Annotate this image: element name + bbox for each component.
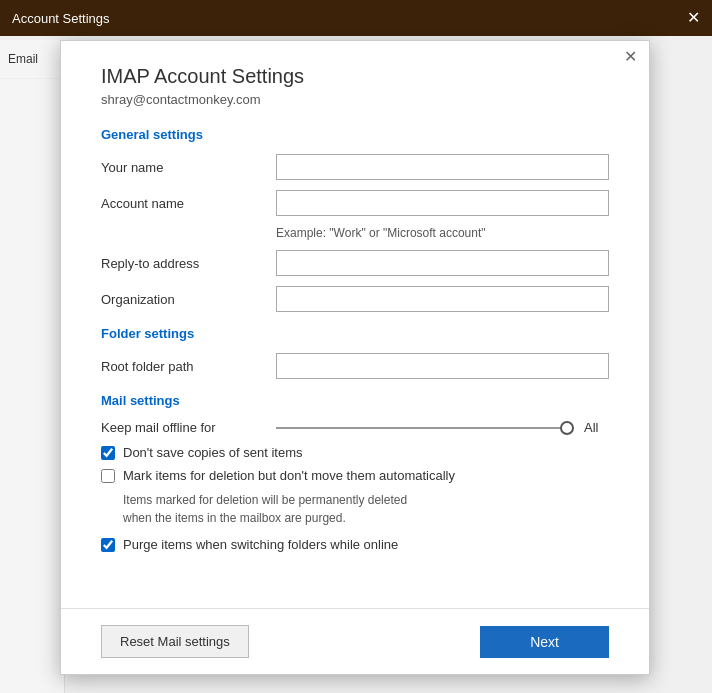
keep-mail-row: Keep mail offline for All: [101, 420, 609, 435]
imap-settings-modal: ✕ IMAP Account Settings shray@contactmon…: [60, 40, 650, 675]
checkbox-no-sent-copies[interactable]: [101, 446, 115, 460]
next-button[interactable]: Next: [480, 626, 609, 658]
your-name-row: Your name: [101, 154, 609, 180]
deletion-info-text: Items marked for deletion will be perman…: [123, 491, 609, 527]
keep-mail-value: All: [584, 420, 609, 435]
keep-mail-slider-thumb[interactable]: [560, 421, 574, 435]
mail-settings-header: Mail settings: [101, 393, 609, 408]
keep-mail-slider-track[interactable]: [276, 427, 574, 429]
checkbox-no-sent-copies-row: Don't save copies of sent items: [101, 445, 609, 460]
checkbox-purge[interactable]: [101, 538, 115, 552]
checkbox-purge-row: Purge items when switching folders while…: [101, 537, 609, 552]
checkbox-mark-deletion[interactable]: [101, 469, 115, 483]
account-name-hint: Example: "Work" or "Microsoft account": [276, 226, 609, 240]
your-name-label: Your name: [101, 160, 276, 175]
your-name-input[interactable]: [276, 154, 609, 180]
modal-subtitle: shray@contactmonkey.com: [101, 92, 609, 107]
root-folder-row: Root folder path: [101, 353, 609, 379]
modal-footer: Reset Mail settings Next: [61, 608, 649, 674]
checkbox-mark-deletion-label: Mark items for deletion but don't move t…: [123, 468, 455, 483]
left-panel: Email: [0, 40, 65, 693]
account-name-label: Account name: [101, 196, 276, 211]
root-folder-input[interactable]: [276, 353, 609, 379]
folder-settings-header: Folder settings: [101, 326, 609, 341]
bg-window-title: Account Settings: [12, 11, 110, 26]
modal-title: IMAP Account Settings: [101, 65, 609, 88]
checkbox-purge-label: Purge items when switching folders while…: [123, 537, 398, 552]
reply-to-input[interactable]: [276, 250, 609, 276]
account-name-row: Account name: [101, 190, 609, 216]
account-name-input[interactable]: [276, 190, 609, 216]
left-panel-email: Email: [0, 40, 64, 79]
root-folder-label: Root folder path: [101, 359, 276, 374]
organization-row: Organization: [101, 286, 609, 312]
organization-label: Organization: [101, 292, 276, 307]
organization-input[interactable]: [276, 286, 609, 312]
checkbox-no-sent-copies-label: Don't save copies of sent items: [123, 445, 303, 460]
reply-to-row: Reply-to address: [101, 250, 609, 276]
modal-close-button[interactable]: ✕: [624, 49, 637, 65]
reply-to-label: Reply-to address: [101, 256, 276, 271]
keep-mail-label: Keep mail offline for: [101, 420, 276, 435]
modal-body: IMAP Account Settings shray@contactmonke…: [61, 65, 649, 552]
reset-mail-settings-button[interactable]: Reset Mail settings: [101, 625, 249, 658]
bg-titlebar: Account Settings ✕: [0, 0, 712, 36]
modal-titlebar: ✕: [61, 41, 649, 65]
general-settings-header: General settings: [101, 127, 609, 142]
checkbox-mark-deletion-row: Mark items for deletion but don't move t…: [101, 468, 609, 483]
bg-close-button[interactable]: ✕: [687, 10, 700, 26]
